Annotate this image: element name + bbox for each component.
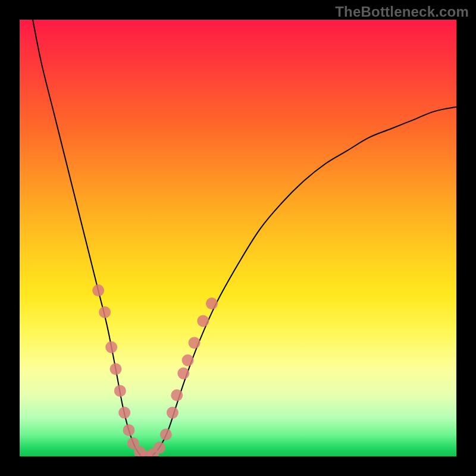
data-point xyxy=(118,407,130,419)
data-point xyxy=(123,424,135,436)
data-point xyxy=(109,363,121,375)
data-point xyxy=(114,385,126,397)
curve-layer xyxy=(20,20,456,456)
data-point xyxy=(99,306,111,318)
chart-frame: TheBottleneck.com xyxy=(0,0,476,476)
watermark-text: TheBottleneck.com xyxy=(335,4,469,20)
data-point xyxy=(167,407,178,419)
data-point xyxy=(189,337,201,349)
plot-area xyxy=(20,20,456,456)
data-point xyxy=(177,368,189,380)
data-point xyxy=(182,355,194,367)
data-point xyxy=(92,284,104,296)
data-point xyxy=(105,342,117,353)
data-point xyxy=(160,428,172,440)
data-point xyxy=(197,315,209,327)
data-point xyxy=(206,298,218,309)
bottleneck-curve xyxy=(33,20,456,456)
data-point xyxy=(154,441,165,453)
data-point xyxy=(171,389,183,401)
